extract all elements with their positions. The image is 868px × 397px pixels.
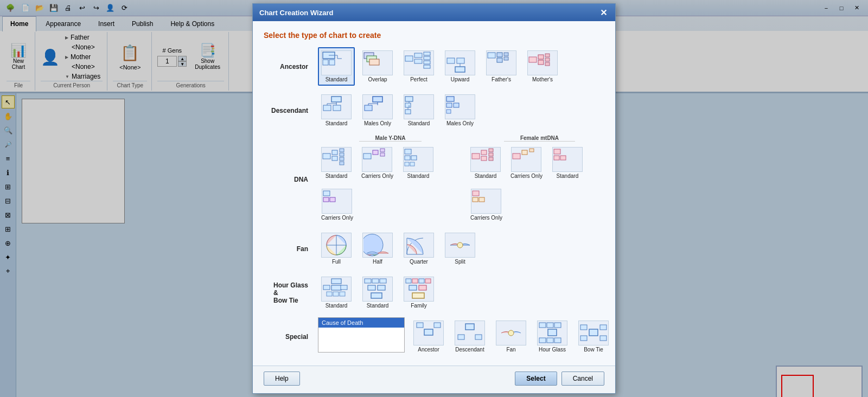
dna-f-standard-icon xyxy=(470,147,501,172)
svg-rect-102 xyxy=(412,279,418,283)
svg-rect-50 xyxy=(454,103,459,107)
svg-rect-116 xyxy=(539,323,546,328)
svg-rect-59 xyxy=(363,153,371,159)
dna-m-carriers2-label: Carriers Only xyxy=(321,215,353,221)
female-dna-label: Female mtDNA xyxy=(504,135,575,142)
svg-rect-56 xyxy=(340,153,344,156)
dna-f-standard2-option[interactable]: Standard xyxy=(549,144,586,182)
ancestor-fathers-option[interactable]: Father's xyxy=(483,47,520,86)
svg-rect-93 xyxy=(333,292,339,296)
hg-standard2-option[interactable]: Standard xyxy=(359,273,396,312)
dialog-footer: Help Select Cancel xyxy=(253,366,615,393)
dialog-body: Select the type of chart to create Ances… xyxy=(253,21,615,366)
ancestor-label: Ancestor xyxy=(264,47,312,86)
hg-family-option[interactable]: Family xyxy=(400,273,437,312)
ancestor-overlap-option[interactable]: Overlap xyxy=(359,47,396,86)
select-button[interactable]: Select xyxy=(515,372,557,386)
svg-rect-27 xyxy=(538,60,544,65)
ancestor-upward-icon xyxy=(445,50,475,75)
svg-rect-110 xyxy=(434,323,441,328)
fan-full-option[interactable]: Full xyxy=(318,229,355,268)
fan-split-label: Split xyxy=(455,259,465,265)
dialog-overlay: Chart Creation Wizard ✕ Select the type … xyxy=(0,0,868,397)
dna-f-carriers-option[interactable]: Carriers Only xyxy=(507,144,546,182)
svg-rect-96 xyxy=(372,279,379,283)
dna-f-standard-option[interactable]: Standard xyxy=(467,144,504,182)
svg-rect-44 xyxy=(405,110,411,114)
svg-rect-89 xyxy=(323,285,330,290)
svg-rect-107 xyxy=(412,293,424,298)
special-section: Cause of Death Ancestor xyxy=(318,317,612,356)
svg-rect-122 xyxy=(589,329,598,336)
svg-rect-57 xyxy=(340,157,344,161)
dna-m-standard2-option[interactable]: Standard xyxy=(400,144,437,182)
ancestor-options: Standard Overlap Perfect xyxy=(318,47,612,86)
desc-males2-option[interactable]: Males Only xyxy=(442,91,478,130)
svg-rect-67 xyxy=(410,162,414,166)
dialog-close-button[interactable]: ✕ xyxy=(598,7,609,18)
svg-rect-76 xyxy=(489,157,493,161)
fan-half-option[interactable]: Half xyxy=(359,229,396,268)
desc-standard-option[interactable]: Standard xyxy=(318,91,355,130)
svg-rect-120 xyxy=(547,338,553,343)
svg-rect-30 xyxy=(545,62,550,66)
svg-rect-12 xyxy=(424,52,430,55)
hg-standard2-label: Standard xyxy=(367,303,389,309)
special-hourglass-option[interactable]: Hour Glass xyxy=(534,317,571,356)
help-button[interactable]: Help xyxy=(264,372,300,386)
special-fan-option[interactable]: Fan xyxy=(493,317,529,356)
dna-f-carriers-label: Carriers Only xyxy=(510,173,542,179)
male-dna-label: Male Y-DNA xyxy=(359,135,422,142)
svg-rect-61 xyxy=(380,149,385,152)
svg-rect-15 xyxy=(424,65,430,68)
ancestor-mothers-option[interactable]: Mother's xyxy=(524,47,561,86)
svg-rect-83 xyxy=(473,191,479,196)
svg-rect-53 xyxy=(332,150,337,155)
svg-rect-112 xyxy=(458,335,464,340)
fan-quarter-option[interactable]: Quarter xyxy=(400,229,437,268)
svg-rect-66 xyxy=(405,162,409,166)
desc-standard2-option[interactable]: Standard xyxy=(400,91,437,130)
svg-rect-101 xyxy=(406,279,411,283)
hg-family-icon xyxy=(404,277,434,302)
fan-split-option[interactable]: Split xyxy=(442,229,478,268)
dna-m-carriers2-option[interactable]: Carriers Only xyxy=(318,185,356,224)
ancestor-standard-option[interactable]: Standard xyxy=(318,47,355,86)
female-dna-options: Standard Carriers Only xyxy=(467,144,612,224)
cancel-button[interactable]: Cancel xyxy=(561,372,604,386)
special-list[interactable]: Cause of Death xyxy=(318,317,405,353)
svg-rect-37 xyxy=(373,97,382,102)
dna-label: DNA xyxy=(264,135,312,224)
svg-rect-100 xyxy=(371,293,382,298)
svg-rect-121 xyxy=(554,338,561,343)
special-descendant-option[interactable]: Descendant xyxy=(451,317,488,356)
svg-rect-75 xyxy=(489,153,493,156)
dna-m-carriers-option[interactable]: Carriers Only xyxy=(358,144,397,182)
svg-rect-9 xyxy=(405,56,413,61)
desc-males-option[interactable]: Males Only xyxy=(359,91,396,130)
dna-f-carriers2-option[interactable]: Carriers Only xyxy=(467,185,506,224)
ancestor-standard-label: Standard xyxy=(326,76,348,82)
ancestor-upward-option[interactable]: Upward xyxy=(442,47,478,86)
special-ancestor-option[interactable]: Ancestor xyxy=(410,317,447,356)
ancestor-mothers-icon xyxy=(527,50,558,75)
ancestor-perfect-option[interactable]: Perfect xyxy=(400,47,437,86)
dialog-title-text: Chart Creation Wizard xyxy=(259,9,333,17)
svg-rect-25 xyxy=(529,57,537,62)
svg-rect-21 xyxy=(497,53,502,57)
svg-rect-24 xyxy=(504,57,508,60)
svg-rect-51 xyxy=(446,110,451,113)
special-bowtie-option[interactable]: Bow Tie xyxy=(575,317,612,356)
svg-rect-69 xyxy=(323,197,329,202)
special-hourglass-label: Hour Glass xyxy=(539,347,566,353)
special-cause-of-death[interactable]: Cause of Death xyxy=(318,318,404,328)
special-ancestor-icon xyxy=(413,321,444,345)
svg-rect-22 xyxy=(497,58,502,62)
fan-options: Full xyxy=(318,229,612,268)
hg-standard2-icon xyxy=(362,277,393,302)
svg-rect-80 xyxy=(554,149,560,154)
svg-rect-18 xyxy=(457,58,464,63)
svg-rect-70 xyxy=(330,197,335,202)
dna-m-standard-option[interactable]: Standard xyxy=(318,144,355,182)
hg-standard-option[interactable]: Standard xyxy=(318,273,355,312)
